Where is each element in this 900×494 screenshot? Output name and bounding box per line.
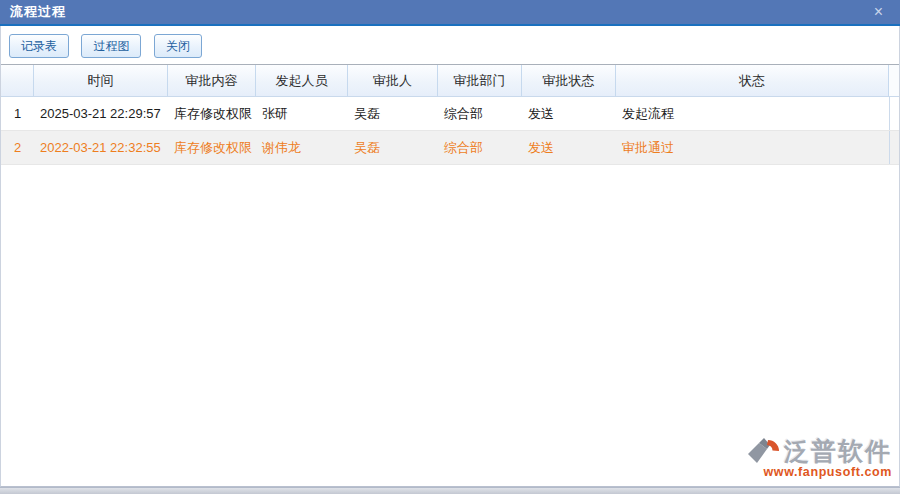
department-cell: 综合部 (438, 97, 522, 130)
table-row[interactable]: 1 2025-03-21 22:29:57 库存修改权限 张研 吴磊 综合部 发… (1, 97, 899, 131)
dialog-title: 流程过程 (10, 3, 66, 21)
watermark-brand: 泛普软件 (784, 435, 892, 468)
approve-status-cell: 发送 (522, 97, 616, 130)
approver-cell: 吴磊 (348, 131, 438, 164)
header-row-number (1, 65, 34, 96)
header-approve-status: 审批状态 (522, 65, 616, 96)
row-number-cell: 1 (1, 97, 34, 130)
fanpu-logo-icon (747, 437, 781, 467)
background-strip (0, 487, 900, 494)
toolbar: 记录表 过程图 关闭 (1, 26, 899, 64)
row-spacer (889, 97, 899, 130)
close-icon[interactable]: × (874, 4, 883, 20)
close-button[interactable]: 关闭 (154, 34, 202, 58)
dialog-titlebar: 流程过程 × (0, 0, 900, 26)
approve-status-cell: 发送 (522, 131, 616, 164)
header-department: 审批部门 (438, 65, 522, 96)
approval-content-cell: 库存修改权限 (168, 97, 256, 130)
time-cell: 2025-03-21 22:29:57 (34, 97, 168, 130)
watermark: 泛普软件 www.fanpusoft.com (747, 435, 892, 479)
header-initiator: 发起人员 (256, 65, 348, 96)
department-cell: 综合部 (438, 131, 522, 164)
approval-table: 时间 审批内容 发起人员 审批人 审批部门 审批状态 状态 1 2025-03-… (1, 64, 899, 165)
header-spacer (889, 65, 899, 96)
status-cell: 审批通过 (616, 131, 889, 164)
approval-content-cell: 库存修改权限 (168, 131, 256, 164)
record-table-button[interactable]: 记录表 (9, 34, 69, 58)
page: 流程过程 × 记录表 过程图 关闭 时间 审批内容 发起人员 审批人 审批部门 … (0, 0, 900, 494)
header-approver: 审批人 (348, 65, 438, 96)
initiator-cell: 谢伟龙 (256, 131, 348, 164)
header-approval-content: 审批内容 (168, 65, 256, 96)
table-body: 1 2025-03-21 22:29:57 库存修改权限 张研 吴磊 综合部 发… (1, 97, 899, 165)
row-number-cell: 2 (1, 131, 34, 164)
watermark-url: www.fanpusoft.com (747, 465, 892, 479)
header-status: 状态 (616, 65, 889, 96)
table-header-row: 时间 审批内容 发起人员 审批人 审批部门 审批状态 状态 (1, 65, 899, 97)
row-spacer (889, 131, 899, 164)
initiator-cell: 张研 (256, 97, 348, 130)
time-cell: 2022-03-21 22:32:55 (34, 131, 168, 164)
process-flow-dialog: 流程过程 × 记录表 过程图 关闭 时间 审批内容 发起人员 审批人 审批部门 … (0, 0, 900, 487)
process-diagram-button[interactable]: 过程图 (81, 34, 141, 58)
approver-cell: 吴磊 (348, 97, 438, 130)
status-cell: 发起流程 (616, 97, 889, 130)
table-row[interactable]: 2 2022-03-21 22:32:55 库存修改权限 谢伟龙 吴磊 综合部 … (1, 131, 899, 165)
header-time: 时间 (34, 65, 168, 96)
